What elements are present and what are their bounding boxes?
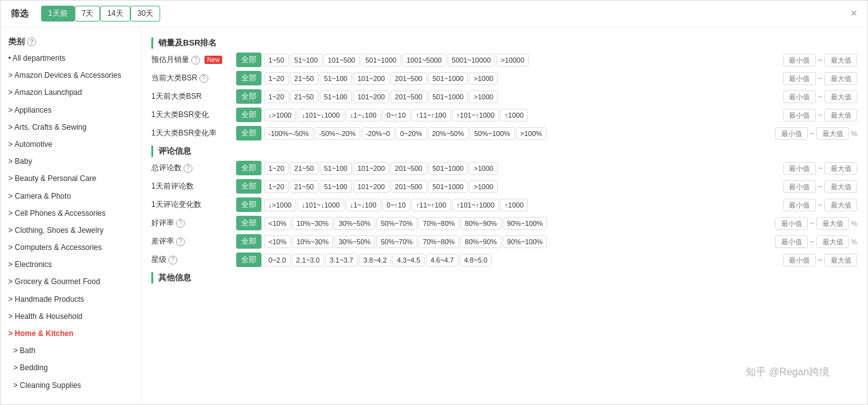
help-icon-total_reviews[interactable]: ? (184, 164, 192, 173)
filter-option-bsr_change-3[interactable]: ↓1~↓100 (346, 109, 381, 122)
filter-option-monthly_sales-4[interactable]: 501~1000 (361, 54, 401, 66)
sidebar-item[interactable]: > Handmade Products (1, 291, 141, 308)
sidebar-item[interactable]: > Computers & Accessories (1, 239, 141, 256)
filter-option-bad_rate-4[interactable]: 50%~70% (376, 235, 417, 248)
filter-option-bsr_change-1[interactable]: ↓>1000 (264, 109, 296, 122)
filter-option-current_bsr-6[interactable]: 501~1000 (428, 72, 468, 85)
filter-option-bad_rate-5[interactable]: 70%~80% (418, 235, 459, 248)
min-input-bsr_change[interactable] (783, 109, 816, 122)
filter-option-good_rate-1[interactable]: <10% (264, 217, 291, 230)
filter-option-reviews_1day-7[interactable]: >1000 (469, 180, 498, 193)
sidebar-item[interactable]: > Electronics (1, 256, 141, 273)
min-input-total_reviews[interactable] (783, 162, 816, 175)
filter-option-bsr_change_rate-6[interactable]: 50%~100% (470, 127, 515, 140)
min-input-bad_rate[interactable] (775, 235, 808, 248)
filter-option-bsr_change_rate-5[interactable]: 20%~50% (428, 127, 469, 140)
min-input-review_change[interactable] (783, 199, 816, 211)
filter-option-current_bsr-4[interactable]: 101~200 (353, 72, 389, 85)
max-input-good_rate[interactable] (816, 217, 849, 230)
filter-option-star_rating-2[interactable]: 2.1~3.0 (292, 254, 324, 266)
filter-option-bsr_1day-7[interactable]: >1000 (469, 90, 498, 103)
max-input-reviews_1day[interactable] (824, 180, 857, 193)
filter-option-bad_rate-7[interactable]: 90%~100% (503, 235, 548, 248)
filter-option-total_reviews-6[interactable]: 501~1000 (428, 162, 468, 175)
filter-option-good_rate-6[interactable]: 80%~90% (460, 217, 501, 230)
filter-option-review_change-6[interactable]: ↑101~↑1000 (452, 199, 499, 211)
filter-option-reviews_1day-5[interactable]: 201~500 (391, 180, 427, 193)
filter-option-good_rate-7[interactable]: 90%~100% (503, 217, 548, 230)
filter-option-bsr_change-7[interactable]: ↑1000 (500, 109, 528, 122)
filter-option-reviews_1day-6[interactable]: 501~1000 (428, 180, 468, 193)
filter-option-review_change-3[interactable]: ↓1~↓100 (346, 199, 381, 211)
min-input-bsr_change_rate[interactable] (775, 127, 808, 140)
filter-option-bsr_1day-1[interactable]: 1~20 (264, 90, 289, 103)
filter-option-bsr_change_rate-4[interactable]: 0~20% (396, 127, 427, 140)
max-input-current_bsr[interactable] (824, 72, 857, 85)
filter-option-current_bsr-2[interactable]: 21~50 (290, 72, 318, 85)
filter-option-bsr_change-2[interactable]: ↓101~↓1000 (297, 109, 344, 122)
filter-option-review_change-4[interactable]: 0~↑10 (382, 199, 410, 211)
sidebar-item[interactable]: > Health & Household (1, 308, 141, 325)
btn-all-monthly_sales[interactable]: 全部 (236, 53, 261, 67)
sidebar-item[interactable]: • All departments (1, 50, 141, 67)
sidebar-item[interactable]: > Automotive (1, 136, 141, 153)
filter-option-total_reviews-3[interactable]: 51~100 (320, 162, 352, 175)
help-icon-star_rating[interactable]: ? (168, 256, 177, 265)
filter-option-monthly_sales-3[interactable]: 101~500 (324, 54, 360, 66)
filter-option-bsr_change_rate-7[interactable]: >100% (516, 127, 547, 140)
filter-option-monthly_sales-1[interactable]: 1~50 (264, 54, 289, 66)
max-input-bsr_change_rate[interactable] (816, 127, 849, 140)
max-input-star_rating[interactable] (824, 254, 857, 266)
min-input-monthly_sales[interactable] (783, 54, 816, 66)
close-button[interactable]: × (850, 7, 857, 20)
min-input-good_rate[interactable] (775, 217, 808, 230)
filter-option-good_rate-3[interactable]: 30%~50% (334, 217, 375, 230)
help-icon-bad_rate[interactable]: ? (176, 237, 185, 246)
sidebar-item[interactable]: > Bath (1, 342, 141, 359)
filter-option-bad_rate-6[interactable]: 80%~90% (460, 235, 501, 248)
btn-all-reviews_1day[interactable]: 全部 (236, 179, 261, 194)
sidebar-item[interactable]: > Amazon Devices & Accessories (1, 67, 141, 84)
filter-option-total_reviews-5[interactable]: 201~500 (391, 162, 427, 175)
help-icon-current_bsr[interactable]: ? (199, 74, 208, 83)
max-input-monthly_sales[interactable] (824, 54, 857, 66)
filter-option-review_change-2[interactable]: ↓101~↓1000 (297, 199, 344, 211)
time-btn-30天[interactable]: 30天 (130, 6, 160, 22)
help-icon-good_rate[interactable]: ? (176, 219, 185, 228)
max-input-review_change[interactable] (824, 199, 857, 211)
sidebar-item[interactable]: > Appliances (1, 102, 141, 119)
sidebar-item[interactable]: > Cell Phones & Accessories (1, 205, 141, 222)
filter-option-star_rating-1[interactable]: 0~2.0 (264, 254, 291, 266)
filter-option-bsr_change-6[interactable]: ↑101~↑1000 (452, 109, 499, 122)
filter-option-star_rating-5[interactable]: 4.3~4.5 (393, 254, 425, 266)
btn-all-good_rate[interactable]: 全部 (236, 216, 261, 230)
filter-option-total_reviews-1[interactable]: 1~20 (264, 162, 289, 175)
filter-option-bsr_1day-5[interactable]: 201~500 (391, 90, 427, 103)
sidebar-help-icon[interactable]: ? (27, 37, 36, 46)
filter-option-reviews_1day-2[interactable]: 21~50 (290, 180, 318, 193)
sidebar-item[interactable]: > Baby (1, 153, 141, 170)
help-icon-monthly_sales[interactable]: ? (191, 56, 200, 65)
sidebar-item[interactable]: > Beauty & Personal Care (1, 170, 141, 187)
filter-option-star_rating-4[interactable]: 3.8~4.2 (359, 254, 391, 266)
sidebar-item[interactable]: > Bedding (1, 359, 141, 377)
time-btn-14天[interactable]: 14天 (100, 6, 130, 22)
btn-all-total_reviews[interactable]: 全部 (236, 161, 261, 175)
sidebar-item[interactable]: > Grocery & Gourmet Food (1, 273, 141, 290)
filter-option-current_bsr-3[interactable]: 51~100 (320, 72, 352, 85)
filter-option-total_reviews-2[interactable]: 21~50 (290, 162, 318, 175)
filter-option-bsr_change_rate-1[interactable]: -100%~-50% (264, 127, 313, 140)
filter-option-monthly_sales-5[interactable]: 1001~5000 (402, 54, 446, 66)
sidebar-item[interactable]: > Clothing, Shoes & Jewelry (1, 222, 141, 239)
filter-option-current_bsr-7[interactable]: >1000 (469, 72, 498, 85)
btn-all-current_bsr[interactable]: 全部 (236, 71, 261, 85)
max-input-bad_rate[interactable] (816, 235, 849, 248)
sidebar-item[interactable]: > Amazon Launchpad (1, 84, 141, 101)
filter-option-bsr_1day-4[interactable]: 101~200 (353, 90, 389, 103)
min-input-current_bsr[interactable] (783, 72, 816, 85)
filter-option-star_rating-6[interactable]: 4.6~4.7 (426, 254, 458, 266)
btn-all-bsr_1day[interactable]: 全部 (236, 89, 261, 104)
filter-option-review_change-7[interactable]: ↑1000 (500, 199, 528, 211)
min-input-reviews_1day[interactable] (783, 180, 816, 193)
time-btn-7天[interactable]: 7天 (75, 6, 101, 22)
